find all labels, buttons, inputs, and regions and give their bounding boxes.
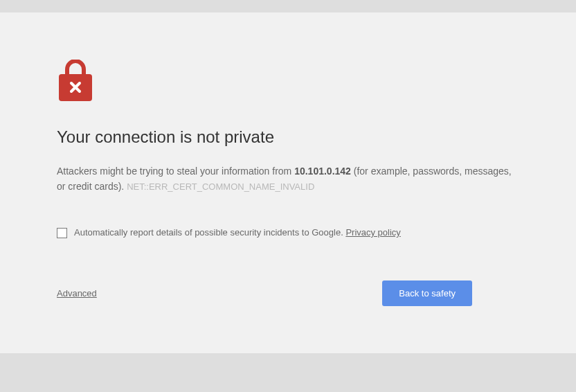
description-prefix: Attackers might be trying to steal your … — [57, 166, 294, 177]
advanced-link[interactable]: Advanced — [57, 288, 97, 299]
lock-warning-icon — [57, 60, 94, 101]
interstitial-content: Your connection is not private Attackers… — [0, 12, 576, 306]
checkbox-label-text: Automatically report details of possible… — [74, 227, 345, 238]
bottom-bar — [0, 353, 576, 392]
action-row: Advanced Back to safety — [57, 280, 472, 306]
error-code: NET::ERR_CERT_COMMON_NAME_INVALID — [127, 181, 314, 192]
page-title: Your connection is not private — [57, 127, 519, 147]
back-to-safety-button[interactable]: Back to safety — [382, 280, 472, 306]
top-bar — [0, 0, 576, 12]
report-checkbox-label: Automatically report details of possible… — [74, 226, 401, 239]
warning-description: Attackers might be trying to steal your … — [57, 163, 519, 195]
privacy-policy-link[interactable]: Privacy policy — [345, 227, 400, 238]
report-checkbox-row: Automatically report details of possible… — [57, 226, 519, 239]
report-checkbox[interactable] — [57, 228, 67, 238]
host-address: 10.101.0.142 — [294, 166, 351, 177]
